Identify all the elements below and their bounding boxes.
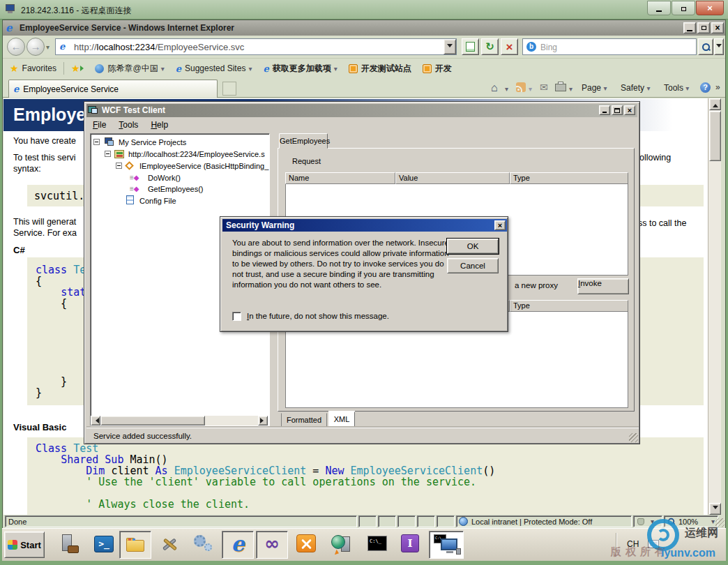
favorites-item-dev-test-site[interactable]: 开发测试站点 [349, 63, 411, 75]
scroll-right-button[interactable] [258, 416, 268, 425]
page-scrollbar[interactable] [708, 98, 721, 515]
safety-menu-label: Safety [621, 83, 644, 93]
active-console-window-icon[interactable]: C:\ [429, 531, 464, 559]
close-icon: × [628, 107, 632, 114]
print-caret[interactable]: ▾ [569, 85, 572, 93]
dialog-title: Security Warning [226, 220, 294, 230]
scroll-left-button[interactable] [91, 416, 100, 425]
cmd-icon[interactable]: C:\_ [367, 536, 387, 551]
chevron-down-icon: ▾ [646, 84, 650, 92]
rdp-close-button[interactable]: × [696, 1, 724, 15]
hscrollbar-thumb[interactable] [100, 416, 205, 425]
favorites-item-msn[interactable]: 陈希章@中国 ▾ [95, 63, 164, 75]
tree-hscrollbar[interactable] [91, 416, 268, 425]
admin-toolbox-icon[interactable] [296, 534, 316, 552]
ie-minimize-button[interactable] [683, 22, 696, 33]
config-tasks-icon[interactable] [160, 534, 181, 555]
safety-menu-button[interactable]: Safety ▾ [621, 83, 650, 93]
dialog-message: You are about to send information over t… [232, 238, 453, 290]
add-favorite-button[interactable]: ★ [71, 63, 87, 74]
search-box[interactable]: b Bing [522, 38, 697, 55]
wcf-operation-tab[interactable]: GetEmployees [279, 133, 328, 149]
back-icon: ← [11, 40, 22, 52]
menu-file[interactable]: File [86, 119, 112, 131]
folder-icon [126, 540, 144, 552]
xml-tab[interactable]: XML [328, 412, 355, 427]
print-button[interactable] [555, 84, 566, 91]
dont-show-label[interactable]: In the future, do not show this message. [247, 312, 389, 320]
windows-logo-icon [8, 540, 17, 550]
refresh-button[interactable]: ↻ [481, 38, 499, 55]
rdp-title: 218.242.3.116 - 远程桌面连接 [21, 5, 132, 17]
infopath-icon[interactable]: I [401, 534, 419, 552]
start-button[interactable]: Start [4, 532, 45, 558]
search-button[interactable] [698, 38, 713, 55]
request-col-value[interactable]: Value [395, 172, 510, 184]
stop-icon: × [506, 41, 513, 53]
request-col-type[interactable]: Type [510, 172, 628, 184]
rdp-restore-button[interactable] [672, 1, 695, 15]
feeds-caret[interactable]: ▾ [529, 85, 532, 93]
feeds-button[interactable] [516, 82, 526, 92]
favorites-item-label: 开发 [435, 63, 452, 75]
bing-icon: b [526, 42, 536, 52]
formatted-tab[interactable]: Formatted [281, 413, 327, 427]
menu-tools[interactable]: Tools [112, 119, 144, 131]
resize-grip[interactable] [629, 433, 638, 442]
rdp-minimize-button[interactable] [647, 1, 671, 15]
tab-employeeservice[interactable]: e EmployeeService Service [8, 80, 218, 98]
invoke-button[interactable]: Invoke [577, 278, 629, 294]
wcf-close-button[interactable]: × [624, 105, 635, 115]
favorites-button[interactable]: ★ Favorites [10, 63, 56, 74]
tab-title: EmployeeService Service [23, 84, 119, 94]
tree-item-label: DoWork() [148, 172, 181, 183]
menu-help[interactable]: Help [144, 119, 174, 131]
page-menu-button[interactable]: Page ▾ [582, 83, 607, 93]
address-dropdown-button[interactable] [443, 39, 456, 54]
server-manager-icon[interactable] [59, 534, 80, 555]
response-col-type[interactable]: Type [510, 300, 628, 312]
toolbar-overflow-chevron[interactable]: » [715, 82, 720, 92]
operation-tab-label: GetEmployees [280, 137, 330, 145]
wcf-minimize-button[interactable] [599, 105, 610, 115]
favorites-item-dev[interactable]: 开发 [423, 63, 452, 75]
scroll-up-button[interactable] [709, 98, 721, 110]
cancel-button[interactable]: Cancel [447, 258, 499, 273]
scroll-down-button[interactable] [709, 503, 721, 515]
column-label: Name [289, 174, 309, 182]
help-button[interactable]: ? [700, 82, 711, 93]
home-caret[interactable]: ▾ [505, 85, 508, 93]
ok-button[interactable]: OK [447, 239, 499, 254]
read-mail-button[interactable]: ✉ [540, 82, 548, 93]
services-gears-icon[interactable] [193, 534, 215, 556]
tools-menu-button[interactable]: Tools ▾ [664, 83, 689, 93]
wcf-menubar: File Tools Help [86, 117, 637, 132]
favorites-item-addons[interactable]: e 获取更多加载项 ▾ [263, 63, 337, 75]
address-bar[interactable]: e http://localhost:2234/EmployeeService.… [55, 38, 457, 55]
search-options-button[interactable] [714, 38, 724, 55]
history-caret-button[interactable]: ▾ [46, 43, 50, 51]
explorer-icon[interactable] [119, 531, 151, 559]
ie-close-button[interactable]: × [711, 22, 724, 33]
dialog-close-button[interactable]: × [494, 220, 506, 230]
visual-studio-icon[interactable]: ∞ [256, 531, 288, 559]
back-button[interactable]: ← [7, 38, 25, 56]
collapse-icon[interactable] [93, 139, 100, 145]
home-button[interactable]: ⌂ [491, 82, 498, 94]
dont-show-checkbox[interactable] [232, 312, 241, 321]
code-token [36, 331, 86, 343]
forward-button[interactable]: → [26, 38, 45, 56]
stop-button[interactable]: × [501, 38, 518, 55]
favorites-item-suggested-sites[interactable]: e Suggested Sites ▾ [176, 63, 252, 74]
internet-explorer-icon[interactable]: e [222, 531, 254, 559]
collapse-icon[interactable] [105, 151, 111, 157]
compatibility-view-button[interactable] [462, 38, 479, 55]
powershell-icon[interactable]: >_ [94, 536, 114, 552]
new-tab-stub[interactable] [222, 82, 236, 96]
scrollbar-thumb[interactable] [709, 111, 721, 161]
ie-restore-button[interactable] [697, 22, 710, 33]
collapse-icon[interactable] [116, 163, 122, 169]
iis-server-icon[interactable] [331, 534, 354, 556]
wcf-maximize-button[interactable] [612, 105, 623, 115]
request-col-name[interactable]: Name [285, 172, 395, 184]
